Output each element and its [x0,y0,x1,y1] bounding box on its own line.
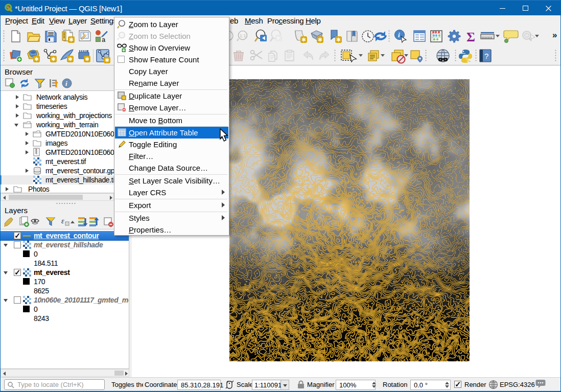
svg-text:Σ: Σ [466,30,475,43]
svg-text:?: ? [484,52,488,60]
svg-text:i: i [65,80,67,87]
svg-text:a: a [102,36,106,43]
svg-text:1:1: 1:1 [240,33,246,38]
svg-text:i: i [398,31,400,39]
svg-text:ε: ε [61,217,64,225]
